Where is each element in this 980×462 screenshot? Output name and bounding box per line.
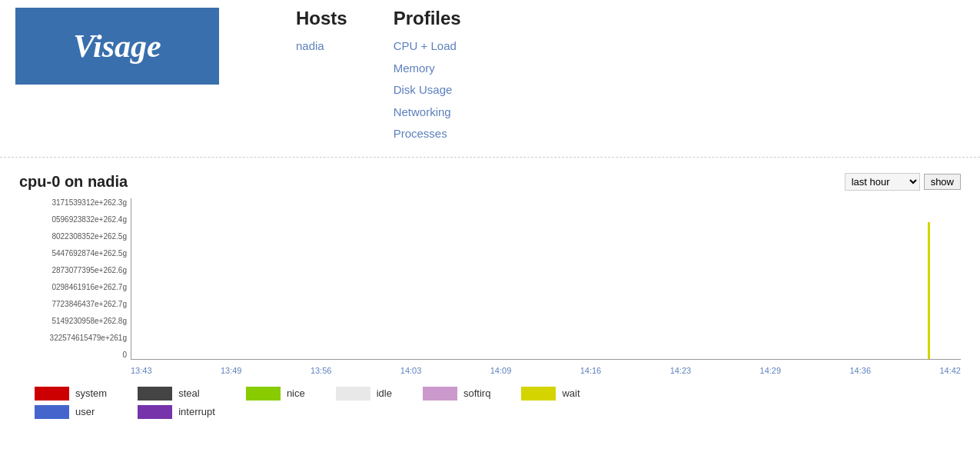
- x-label: 14:23: [670, 366, 692, 375]
- profile-link-disk_usage[interactable]: Disk Usage: [394, 79, 461, 101]
- legend-item-softirq: softirq: [423, 387, 490, 401]
- hosts-column: Hosts nadia: [296, 8, 347, 145]
- legend-label-softirq: softirq: [463, 387, 490, 399]
- y-label: 3171539312e+262.3g: [51, 198, 127, 207]
- x-label: 14:42: [939, 366, 961, 375]
- y-label: 5149230958e+262.8g: [51, 317, 127, 325]
- chart-header: cpu-0 on nadia last hour last 2 hours la…: [19, 173, 961, 191]
- chart-spike: [928, 222, 930, 359]
- legend-label-idle: idle: [377, 387, 392, 399]
- y-label: 2873077395e+262.6g: [51, 266, 127, 274]
- legend-swatch-nice: [246, 387, 281, 401]
- nav: Hosts nadia Profiles CPU + LoadMemoryDis…: [296, 8, 461, 145]
- legend-item-wait: wait: [521, 387, 580, 401]
- legend-item-idle: idle: [336, 387, 392, 401]
- chart-controls: last hour last 2 hours last 4 hours last…: [845, 173, 961, 191]
- legend-swatch-steal: [138, 387, 172, 401]
- legend-label-user: user: [75, 406, 95, 417]
- x-label: 14:29: [760, 366, 782, 375]
- legend-swatch-system: [35, 387, 69, 401]
- main-content: cpu-0 on nadia last hour last 2 hours la…: [0, 158, 980, 434]
- profiles-links: CPU + LoadMemoryDisk UsageNetworkingProc…: [394, 35, 461, 145]
- legend-label-system: system: [75, 387, 107, 399]
- profile-link-memory[interactable]: Memory: [394, 58, 461, 80]
- legend-item-nice: nice: [246, 387, 305, 401]
- chart-area: 3171539312e+262.3g0596923832e+262.4g8022…: [19, 198, 961, 360]
- profile-link-cpu_+_load[interactable]: CPU + Load: [394, 35, 461, 58]
- y-label: 0: [122, 351, 127, 359]
- profiles-heading: Profiles: [394, 8, 461, 29]
- x-label: 13:43: [131, 366, 152, 375]
- logo: Visage: [15, 8, 219, 85]
- profiles-column: Profiles CPU + LoadMemoryDisk UsageNetwo…: [394, 8, 461, 145]
- profile-link-processes[interactable]: Processes: [394, 123, 461, 145]
- x-axis: 13:4313:4913:5614:0314:0914:1614:2314:29…: [131, 366, 961, 375]
- host-link-nadia[interactable]: nadia: [296, 35, 347, 58]
- y-label: 0298461916e+262.7g: [51, 283, 127, 291]
- y-axis: 3171539312e+262.3g0596923832e+262.4g8022…: [19, 198, 131, 360]
- x-label: 13:56: [311, 366, 332, 375]
- legend-swatch-idle: [336, 387, 370, 401]
- legend-label-wait: wait: [562, 387, 580, 399]
- legend: systemstealniceidlesoftirqwaituserinterr…: [35, 387, 961, 419]
- y-label: 8022308352e+262.5g: [51, 232, 127, 241]
- legend-item-system: system: [35, 387, 107, 401]
- time-select[interactable]: last hour last 2 hours last 4 hours last…: [845, 173, 920, 191]
- chart-title: cpu-0 on nadia: [19, 173, 128, 191]
- legend-label-nice: nice: [287, 387, 305, 399]
- x-label: 14:36: [850, 366, 872, 375]
- legend-swatch-user: [35, 405, 69, 419]
- legend-swatch-softirq: [423, 387, 457, 401]
- legend-label-interrupt: interrupt: [178, 406, 215, 417]
- legend-item-interrupt: interrupt: [138, 405, 215, 419]
- y-label: 5447692874e+262.5g: [51, 249, 127, 258]
- legend-label-steal: steal: [178, 387, 199, 399]
- x-label: 14:03: [400, 366, 422, 375]
- show-button[interactable]: show: [924, 174, 961, 190]
- chart-plot: [131, 198, 961, 360]
- legend-swatch-wait: [521, 387, 556, 401]
- y-label: 322574615479e+261g: [50, 334, 127, 342]
- y-label: 7723846437e+262.7g: [51, 300, 127, 308]
- legend-grid: systemstealniceidlesoftirqwaituserinterr…: [35, 387, 580, 419]
- logo-text: Visage: [73, 28, 161, 65]
- hosts-links: nadia: [296, 35, 347, 58]
- y-label: 0596923832e+262.4g: [51, 215, 127, 224]
- legend-item-steal: steal: [138, 387, 215, 401]
- x-label: 14:09: [490, 366, 512, 375]
- profile-link-networking[interactable]: Networking: [394, 101, 461, 124]
- header: Visage Hosts nadia Profiles CPU + LoadMe…: [0, 0, 980, 158]
- x-label: 14:16: [580, 366, 602, 375]
- legend-swatch-interrupt: [138, 405, 172, 419]
- legend-item-user: user: [35, 405, 107, 419]
- x-label: 13:49: [221, 366, 242, 375]
- hosts-heading: Hosts: [296, 8, 347, 29]
